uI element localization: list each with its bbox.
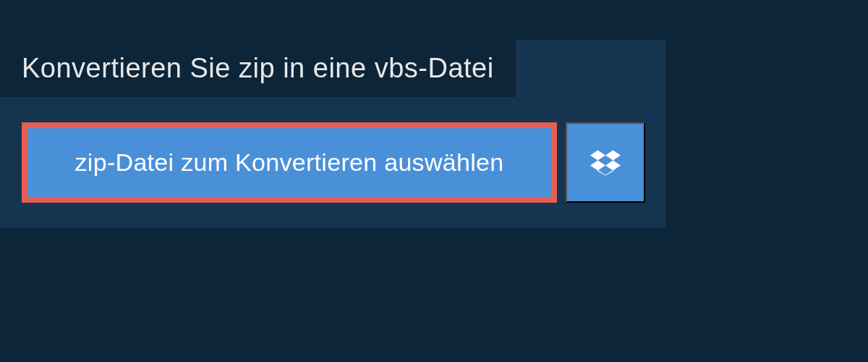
- button-row: zip-Datei zum Konvertieren auswählen: [0, 97, 665, 203]
- heading-wrap: Konvertieren Sie zip in eine vbs-Datei: [0, 40, 516, 97]
- dropbox-button[interactable]: [566, 122, 645, 203]
- dropbox-icon: [590, 148, 621, 178]
- page-title: Konvertieren Sie zip in eine vbs-Datei: [22, 53, 494, 84]
- converter-panel: Konvertieren Sie zip in eine vbs-Datei z…: [0, 40, 665, 228]
- select-file-button[interactable]: zip-Datei zum Konvertieren auswählen: [22, 122, 557, 203]
